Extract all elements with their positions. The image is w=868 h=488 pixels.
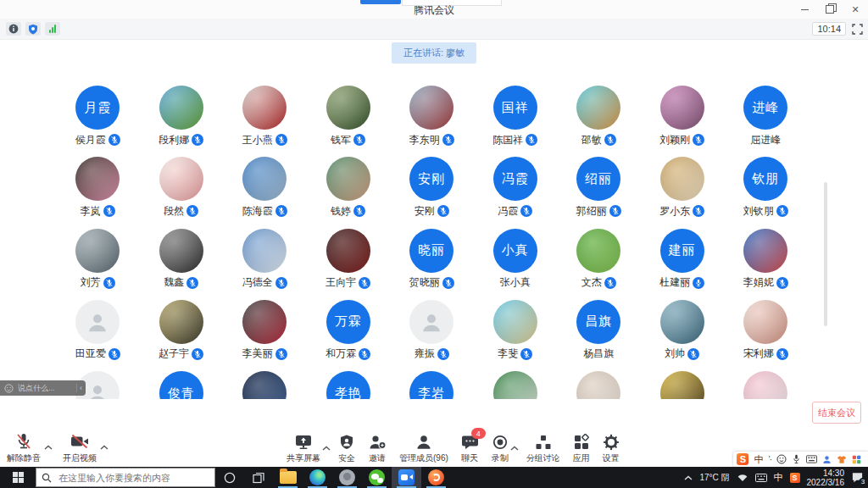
participant-cell[interactable]: 钦朋 刘钦朋 bbox=[724, 152, 808, 223]
fullscreen-icon[interactable] bbox=[852, 24, 863, 35]
weather-widget[interactable]: 17°C 阴 bbox=[699, 472, 729, 484]
mic-options-caret[interactable] bbox=[44, 438, 53, 453]
participant-cell[interactable]: 段利娜 bbox=[140, 80, 224, 152]
participant-cell[interactable]: 田亚爱 bbox=[56, 295, 140, 366]
participant-cell[interactable]: 王小燕 bbox=[223, 80, 307, 152]
meeting-info-button[interactable] bbox=[6, 22, 21, 36]
participant-cell[interactable]: 李岩 bbox=[390, 366, 474, 399]
ime-voice-icon[interactable] bbox=[792, 454, 801, 464]
taskbar-app-photos[interactable] bbox=[332, 467, 362, 488]
participant-cell[interactable]: 王向宇 bbox=[307, 224, 391, 295]
participant-cell[interactable]: 李岚 bbox=[56, 152, 140, 223]
participant-cell[interactable]: 孝艳 bbox=[307, 366, 391, 399]
emoji-icon[interactable] bbox=[4, 384, 14, 393]
screen-share-button[interactable]: 共享屏幕 bbox=[287, 432, 320, 464]
ime-toolbar[interactable]: S 中 ’· bbox=[733, 452, 868, 467]
participant-cell[interactable]: 绍丽 郭绍丽 bbox=[557, 152, 641, 223]
task-view-button[interactable] bbox=[244, 467, 273, 488]
participant-cell[interactable] bbox=[557, 366, 641, 399]
taskbar-app-tencent-meeting[interactable] bbox=[392, 467, 421, 488]
screen-share-caret[interactable] bbox=[322, 439, 331, 454]
hidden-icons-chevron[interactable] bbox=[684, 475, 693, 480]
participant-cell[interactable]: 昌旗 杨昌旗 bbox=[557, 295, 641, 366]
grid-scrollbar[interactable] bbox=[824, 182, 827, 326]
record-button[interactable]: 录制 bbox=[492, 432, 509, 464]
participant-cell[interactable] bbox=[474, 366, 558, 399]
cortana-button[interactable] bbox=[215, 467, 244, 488]
taskbar-app-edge[interactable] bbox=[303, 467, 332, 488]
participant-cell[interactable]: 安刚 安刚 bbox=[390, 152, 474, 223]
participant-cell[interactable]: 万霖 和万霖 bbox=[307, 295, 391, 366]
chat-input-placeholder[interactable]: 说点什么... bbox=[18, 383, 74, 394]
apps-button[interactable]: 应用 bbox=[573, 432, 590, 464]
video-options-caret[interactable] bbox=[100, 438, 108, 453]
network-quality-button[interactable] bbox=[45, 22, 60, 36]
participant-cell[interactable]: 建丽 杜建丽 bbox=[641, 224, 725, 295]
participant-cell[interactable]: 刘芳 bbox=[56, 224, 140, 295]
participant-cell[interactable]: 小真 张小真 bbox=[474, 224, 558, 295]
participant-cell[interactable]: 刘帅 bbox=[641, 295, 725, 366]
participant-cell[interactable]: 李斐 bbox=[474, 295, 558, 366]
taskbar-app-file-explorer[interactable] bbox=[273, 467, 303, 488]
invite-button[interactable]: 邀请 bbox=[368, 432, 387, 464]
participant-cell[interactable]: 李东明 bbox=[390, 80, 474, 152]
ime-keyboard-icon[interactable] bbox=[806, 455, 817, 463]
search-input[interactable] bbox=[57, 472, 204, 484]
security-button[interactable]: 安全 bbox=[338, 432, 355, 464]
wifi-icon[interactable] bbox=[737, 473, 748, 482]
participant-cell[interactable]: 钱婷 bbox=[307, 152, 391, 223]
record-caret[interactable] bbox=[510, 439, 519, 454]
start-video-button[interactable]: 开启视频 bbox=[63, 432, 97, 464]
participant-cell[interactable]: 段然 bbox=[140, 152, 224, 223]
participant-cell[interactable] bbox=[641, 366, 725, 399]
touch-keyboard-icon[interactable] bbox=[755, 474, 767, 482]
participant-cell[interactable]: 进峰 屈进峰 bbox=[724, 80, 808, 152]
ime-indicator[interactable]: 中 bbox=[774, 471, 783, 484]
unmute-button[interactable]: 解除静音 bbox=[7, 432, 41, 464]
taskbar-clock[interactable]: 14:30 2022/3/16 bbox=[807, 469, 845, 487]
ime-skin-icon[interactable] bbox=[837, 455, 847, 464]
minimize-button[interactable] bbox=[792, 0, 817, 19]
participant-cell[interactable]: 国祥 陈国祥 bbox=[474, 80, 558, 152]
taskbar-app-wechat[interactable] bbox=[362, 467, 392, 488]
participant-cell[interactable]: 赵子宇 bbox=[140, 295, 224, 366]
manage-members-button[interactable]: 管理成员(96) bbox=[399, 432, 448, 464]
settings-button[interactable]: 设置 bbox=[603, 432, 620, 464]
participant-cell[interactable]: 邵敏 bbox=[557, 80, 641, 152]
taskbar-search[interactable] bbox=[36, 468, 215, 487]
restore-button[interactable] bbox=[817, 0, 843, 19]
participant-cell[interactable]: 月霞 侯月霞 bbox=[56, 80, 140, 152]
ime-emoji-icon[interactable] bbox=[776, 454, 787, 464]
ime-toolbox-icon[interactable] bbox=[852, 455, 861, 464]
participant-cell[interactable]: 陈海霞 bbox=[223, 152, 307, 223]
sogou-logo-icon[interactable]: S bbox=[737, 453, 748, 465]
close-button[interactable]: ✕ bbox=[843, 0, 868, 19]
participant-cell[interactable]: 刘颖刚 bbox=[641, 80, 725, 152]
chat-button[interactable]: 4 聊天 bbox=[461, 432, 479, 464]
participant-cell[interactable]: 冯德全 bbox=[223, 224, 307, 295]
ime-mode-chinese[interactable]: 中 bbox=[754, 453, 763, 466]
end-meeting-button[interactable]: 结束会议 bbox=[812, 402, 861, 424]
action-center-button[interactable]: 3 bbox=[851, 471, 865, 485]
taskbar-app-browser[interactable] bbox=[421, 467, 451, 488]
meeting-security-button[interactable] bbox=[25, 22, 41, 36]
collapse-icon[interactable]: ‹ bbox=[80, 384, 82, 392]
sogou-tray-icon[interactable]: S bbox=[790, 473, 800, 483]
breakout-button[interactable]: 分组讨论 bbox=[526, 432, 560, 464]
participant-cell[interactable]: 钱军 bbox=[307, 80, 391, 152]
participant-cell[interactable]: 宋利娜 bbox=[724, 295, 808, 366]
participant-cell[interactable]: 魏鑫 bbox=[140, 224, 224, 295]
start-button[interactable] bbox=[0, 467, 36, 488]
view-tab-active[interactable] bbox=[360, 0, 401, 4]
participant-cell[interactable] bbox=[223, 366, 307, 399]
ime-punctuation-icon[interactable]: ’· bbox=[768, 455, 771, 464]
participant-cell[interactable]: 罗小东 bbox=[641, 152, 725, 223]
participant-cell[interactable] bbox=[724, 366, 808, 399]
chat-quickbar[interactable]: 说点什么... ‹ bbox=[0, 380, 86, 396]
ime-account-icon[interactable] bbox=[822, 455, 832, 464]
participant-cell[interactable]: 文杰 bbox=[557, 224, 641, 295]
participant-cell[interactable]: 冯霞 冯霞 bbox=[474, 152, 558, 223]
participant-cell[interactable]: 晓丽 贺晓丽 bbox=[390, 224, 474, 295]
participant-cell[interactable]: 李娟妮 bbox=[724, 224, 808, 295]
participant-cell[interactable]: 俊青 bbox=[140, 366, 224, 399]
